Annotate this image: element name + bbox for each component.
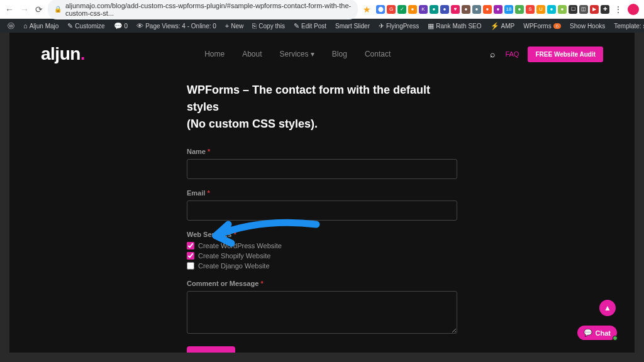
services-label: Web Services *: [187, 231, 457, 238]
name-label: Name *: [187, 148, 457, 155]
ext-icon[interactable]: U: [536, 5, 545, 14]
wp-pageviews[interactable]: 👁Page Views: 4 - Online: 0: [133, 21, 220, 31]
faq-link[interactable]: FAQ: [505, 50, 519, 58]
ext-icon[interactable]: ●: [430, 5, 438, 14]
checkbox-row: Create Django Website: [187, 262, 457, 270]
scroll-top-button[interactable]: ▲: [599, 300, 616, 316]
nav-about[interactable]: About: [242, 50, 262, 58]
wp-wpforms[interactable]: WPForms6: [519, 21, 565, 31]
checkbox-row: Create WordPress Website: [187, 242, 457, 250]
content-area: WPForms – The contact form with the defa…: [187, 75, 457, 353]
ext-icon[interactable]: ●: [408, 5, 417, 14]
page-body: aljun. Home About Services ▾ Blog Contac…: [9, 33, 635, 353]
wp-customize[interactable]: ✎Customize: [64, 21, 108, 31]
ext-icon[interactable]: ◫: [579, 5, 588, 14]
ext-icon[interactable]: ♥: [451, 5, 460, 14]
wp-rank[interactable]: ▦Rank Math SEO: [424, 21, 485, 31]
checkbox-label: Create Django Website: [198, 262, 270, 270]
checkbox-label: Create Shopify Website: [198, 252, 270, 260]
ext-icon[interactable]: K: [419, 5, 428, 14]
name-input[interactable]: [187, 159, 457, 179]
ext-icon[interactable]: ⬤: [376, 5, 385, 14]
wp-new[interactable]: +New: [221, 21, 247, 31]
forward-icon[interactable]: →: [20, 4, 29, 14]
services-checkbox-group: Create WordPress Website Create Shopify …: [187, 242, 457, 270]
browser-chrome: ← → ⟳ 🔒 aljunmajo.com/blog/add-custom-cs…: [0, 0, 644, 19]
site-header: aljun. Home About Services ▾ Blog Contac…: [9, 33, 635, 75]
status-dot: [613, 336, 618, 341]
wp-site-link[interactable]: ⌂Aljun Majo: [19, 21, 62, 31]
email-input[interactable]: [187, 200, 457, 221]
checkbox-label: Create WordPress Website: [198, 242, 282, 250]
comment-textarea[interactable]: [187, 291, 457, 334]
ext-icon[interactable]: ●: [558, 5, 567, 14]
search-icon[interactable]: ⌕: [490, 49, 495, 59]
ext-icon[interactable]: ✓: [397, 5, 406, 14]
wp-copy[interactable]: ⎘Copy this: [248, 21, 289, 31]
checkbox-django[interactable]: [187, 262, 194, 270]
chat-widget[interactable]: 💬 Chat: [577, 326, 617, 340]
wp-amp[interactable]: ⚡AMP: [487, 21, 519, 31]
extension-icons: ⬤ G ✓ ● K ● ● ♥ ● ● ● ● 18 ● S U ● ● ☐ ◫…: [376, 4, 623, 14]
site-logo[interactable]: aljun.: [41, 44, 85, 64]
comment-label: Comment or Message *: [187, 280, 457, 287]
ext-icon[interactable]: ✚: [601, 5, 609, 14]
ext-icon[interactable]: ●: [494, 5, 502, 14]
checkbox-shopify[interactable]: [187, 252, 194, 260]
ext-icon[interactable]: ●: [440, 5, 449, 14]
chat-icon: 💬: [584, 329, 592, 337]
wp-admin-bar: ⓦ ⌂Aljun Majo ✎Customize 💬0 👁Page Views:…: [0, 19, 644, 33]
cta-button[interactable]: FREE Website Audit: [528, 47, 603, 62]
ext-icon[interactable]: ●: [547, 5, 556, 14]
nav-blog[interactable]: Blog: [332, 50, 347, 58]
nav-services[interactable]: Services ▾: [280, 50, 314, 58]
wp-flying[interactable]: ✈FlyingPress: [375, 21, 423, 31]
url-text: aljunmajo.com/blog/add-custom-css-wpform…: [65, 2, 352, 17]
ext-icon[interactable]: S: [526, 5, 535, 14]
lock-icon: 🔒: [54, 6, 62, 13]
checkbox-wordpress[interactable]: [187, 242, 194, 250]
wp-comments[interactable]: 💬0: [110, 21, 132, 31]
section-title: WPForms – The contact form with the defa…: [187, 82, 457, 133]
wp-slider[interactable]: Smart Slider: [331, 21, 374, 31]
browser-nav: ← → ⟳: [5, 4, 43, 14]
wp-hooks[interactable]: Show Hooks: [566, 21, 609, 31]
email-label: Email *: [187, 189, 457, 197]
main-nav: Home About Services ▾ Blog Contact: [204, 50, 391, 58]
ext-icon[interactable]: ●: [462, 5, 470, 14]
ext-icon[interactable]: G: [387, 5, 396, 14]
nav-home[interactable]: Home: [204, 50, 225, 58]
nav-contact[interactable]: Contact: [365, 50, 391, 58]
profile-avatar[interactable]: [628, 4, 639, 15]
ext-icon[interactable]: ●: [483, 5, 492, 14]
reload-icon[interactable]: ⟳: [35, 4, 43, 14]
ext-icon[interactable]: ▶: [590, 5, 599, 14]
ext-icon[interactable]: ☐: [569, 5, 577, 14]
checkbox-row: Create Shopify Website: [187, 252, 457, 260]
bookmark-star-icon[interactable]: ★: [363, 4, 371, 14]
wp-template[interactable]: Template: single.php: [610, 21, 644, 31]
wp-edit[interactable]: ✎Edit Post: [290, 21, 330, 31]
extensions-menu-icon[interactable]: ⋮: [614, 4, 623, 14]
submit-button[interactable]: Submit: [187, 346, 235, 353]
back-icon[interactable]: ←: [5, 4, 14, 14]
ext-icon[interactable]: 18: [504, 5, 513, 14]
address-bar[interactable]: 🔒 aljunmajo.com/blog/add-custom-css-wpfo…: [48, 0, 358, 19]
ext-icon[interactable]: ●: [472, 5, 481, 14]
wp-logo[interactable]: ⓦ: [4, 20, 18, 32]
ext-icon[interactable]: ●: [515, 5, 524, 14]
